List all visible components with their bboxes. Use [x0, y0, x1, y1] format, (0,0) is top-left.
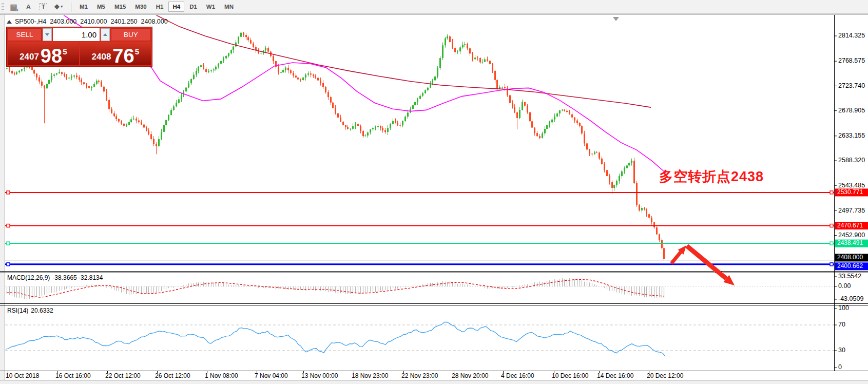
- rsi-label: RSI(14)20.6332: [7, 307, 53, 314]
- svg-text:2497.735: 2497.735: [838, 207, 865, 214]
- svg-text:2530.771: 2530.771: [837, 188, 863, 196]
- svg-text:70: 70: [838, 321, 845, 328]
- buy-price-pip: 5: [135, 47, 139, 56]
- objects-icon: ❖: [54, 3, 60, 11]
- timeframe-m1[interactable]: M1: [75, 2, 92, 12]
- svg-text:14 Dec 16:00: 14 Dec 16:00: [597, 372, 634, 379]
- svg-text:100: 100: [838, 304, 849, 312]
- svg-text:16 Oct 16:00: 16 Oct 16:00: [55, 372, 91, 379]
- timeframe-h1[interactable]: H1: [152, 2, 168, 12]
- svg-text:2588.320: 2588.320: [838, 157, 865, 164]
- svg-text:2408.000: 2408.000: [837, 254, 863, 261]
- svg-text:13 Nov 00:00: 13 Nov 00:00: [301, 372, 338, 379]
- svg-text:10 Dec 16:00: 10 Dec 16:00: [552, 372, 589, 379]
- svg-text:2814.325: 2814.325: [838, 32, 865, 39]
- grid-icon: ▦: [10, 3, 17, 11]
- toolbar-separator: [71, 2, 72, 12]
- svg-text:2438.491: 2438.491: [837, 239, 863, 246]
- text-label-button[interactable]: T: [36, 2, 50, 12]
- svg-text:18 Nov 23:00: 18 Nov 23:00: [352, 372, 389, 379]
- svg-text:2768.575: 2768.575: [838, 57, 865, 64]
- sell-price-prefix: 2407: [20, 52, 39, 64]
- volume-input[interactable]: [53, 28, 100, 41]
- trade-controls-row: SELL BUY: [8, 28, 151, 41]
- timeframe-m30[interactable]: M30: [131, 2, 150, 12]
- letter-a-icon: A: [26, 3, 31, 11]
- svg-text:4 Dec 16:00: 4 Dec 16:00: [501, 372, 534, 379]
- svg-text:2470.671: 2470.671: [837, 222, 863, 229]
- triangle-down-icon: [45, 33, 49, 36]
- svg-text:20 Dec 12:00: 20 Dec 12:00: [647, 372, 684, 379]
- objects-button[interactable]: ❖ ▾: [51, 2, 65, 12]
- buy-price-prefix: 2408: [92, 52, 111, 64]
- one-click-trading-toggle-icon[interactable]: [7, 20, 12, 24]
- svg-text:22 Oct 12:00: 22 Oct 12:00: [105, 372, 141, 379]
- chevron-down-icon: ▾: [61, 5, 63, 9]
- timeframe-d1[interactable]: D1: [185, 2, 201, 12]
- timeframe-h4[interactable]: H4: [168, 2, 184, 12]
- ohlc-low: 2401.250: [110, 18, 137, 25]
- timeframe-m15[interactable]: M15: [110, 2, 130, 12]
- chart-properties-button[interactable]: ▦ F: [7, 2, 21, 12]
- trade-prices-row: 2407 98 5 2408 76 5: [8, 42, 151, 65]
- svg-text:0: 0: [838, 363, 842, 371]
- sell-button[interactable]: SELL: [8, 28, 42, 41]
- svg-text:22 Nov 23:00: 22 Nov 23:00: [401, 372, 438, 379]
- macd-name: MACD(12,26,9): [7, 274, 50, 281]
- macd-values: -38.3665 -32.8134: [52, 274, 103, 281]
- sell-price-pip: 5: [63, 47, 67, 56]
- ohlc-open: 2403.000: [50, 18, 76, 25]
- svg-text:0.00: 0.00: [838, 282, 851, 290]
- svg-text:10 Oct 2018: 10 Oct 2018: [6, 372, 40, 379]
- svg-text:2452.900: 2452.900: [838, 232, 865, 239]
- svg-text:2633.155: 2633.155: [838, 132, 865, 139]
- one-click-trading-panel: SELL BUY 2407 98 5 2408 76 5: [6, 27, 152, 67]
- buy-button[interactable]: BUY: [111, 28, 151, 41]
- svg-text:-43.0509: -43.0509: [838, 295, 863, 302]
- svg-text:7 Nov 04:00: 7 Nov 04:00: [255, 372, 288, 379]
- macd-label: MACD(12,26,9)-38.3665 -32.8134: [7, 274, 103, 281]
- volume-increase-button[interactable]: [101, 28, 110, 41]
- grid-icon-sub: F: [17, 8, 20, 12]
- svg-text:2400.662: 2400.662: [837, 262, 863, 270]
- symbol-header: SP500-,H4 2403.000 2410.000 2401.250 240…: [7, 18, 171, 25]
- timeframe-mn[interactable]: MN: [220, 2, 238, 12]
- mt4-window: 2814.3252768.5752723.7402678.9052633.155…: [0, 0, 868, 384]
- svg-text:26 Oct 12:00: 26 Oct 12:00: [155, 372, 190, 379]
- ohlc-close: 2408.000: [141, 18, 168, 25]
- buy-price-tile[interactable]: 2408 76 5: [80, 42, 151, 65]
- timeframe-m5[interactable]: M5: [93, 2, 109, 12]
- buy-price-big: 76: [112, 48, 134, 64]
- triangle-up-icon: [103, 33, 107, 36]
- text-box-icon: T: [40, 3, 47, 10]
- chart-annotation-text[interactable]: 多空转折点2438: [659, 167, 764, 186]
- svg-text:33.5542: 33.5542: [838, 273, 861, 280]
- timeframe-w1[interactable]: W1: [202, 2, 219, 12]
- svg-text:2678.905: 2678.905: [838, 107, 865, 114]
- main-toolbar: ▦ F A T ❖ ▾ M1 M5 M15 M30 H1 H4 D1 W1 MN: [0, 0, 868, 14]
- toolbar-grip[interactable]: [2, 2, 4, 11]
- svg-text:1 Nov 08:00: 1 Nov 08:00: [205, 372, 238, 379]
- rsi-values: 20.6332: [31, 307, 53, 314]
- svg-text:30: 30: [838, 347, 845, 354]
- ohlc-high: 2410.000: [80, 18, 107, 25]
- sell-price-big: 98: [41, 48, 62, 64]
- volume-decrease-button[interactable]: [43, 28, 52, 41]
- sell-price-tile[interactable]: 2407 98 5: [8, 42, 79, 65]
- svg-text:2723.740: 2723.740: [838, 82, 865, 89]
- svg-text:2543.485: 2543.485: [838, 182, 865, 189]
- arrow-text-button[interactable]: A: [22, 2, 35, 12]
- symbol-timeframe-label: SP500-,H4: [15, 18, 46, 25]
- rsi-name: RSI(14): [7, 307, 28, 314]
- svg-text:28 Nov 20:00: 28 Nov 20:00: [452, 372, 489, 379]
